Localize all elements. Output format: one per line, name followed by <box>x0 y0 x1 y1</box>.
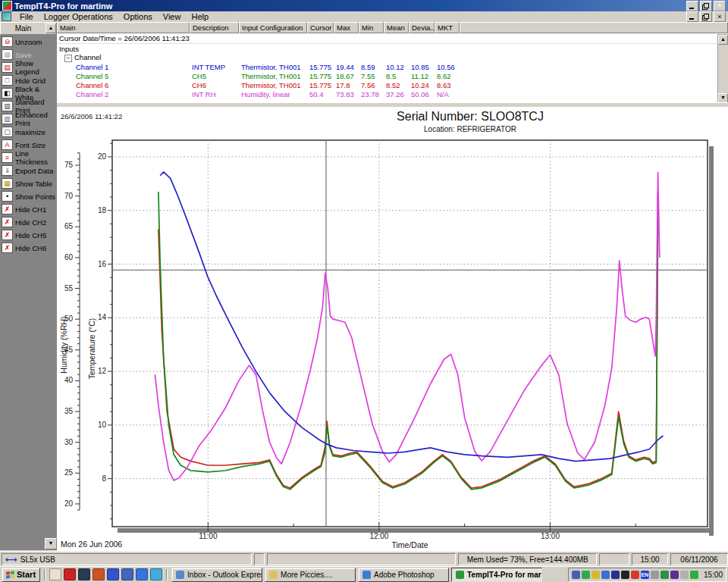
taskbar-task-more-piccies[interactable]: More Piccies.... <box>265 568 356 582</box>
hide-ch1-icon: ✗ <box>2 204 13 214</box>
menu-view[interactable]: View <box>158 11 187 22</box>
start-button[interactable]: Start <box>2 568 40 582</box>
signature-icon[interactable] <box>64 568 76 580</box>
media-player-icon[interactable] <box>93 568 105 580</box>
language-badge[interactable]: EN <box>641 571 649 579</box>
sidebar-item-show-legend[interactable]: ▤Show Legend <box>2 61 57 74</box>
restore-button[interactable] <box>700 1 712 11</box>
channel-name: Channel 6 <box>57 81 190 89</box>
address-book-icon[interactable] <box>107 568 119 580</box>
sidebar-item-label: Hide CH2 <box>15 218 46 227</box>
show-points-icon: • <box>2 191 13 202</box>
cell-min: 8.59 <box>359 63 384 71</box>
taskbar-task-adobe-photoshop[interactable]: Adobe Photoshop <box>358 568 449 582</box>
shield-v-icon[interactable] <box>670 571 679 579</box>
sidebar-header-label: Main <box>1 24 46 33</box>
humidity-tick-label: 60 <box>64 253 74 261</box>
cell-cursor: 15.775 <box>307 81 334 89</box>
sidebar-item-hide-ch1[interactable]: ✗Hide CH1 <box>2 203 57 215</box>
column-header-main[interactable]: Main <box>57 22 190 33</box>
volume-icon[interactable] <box>592 571 600 579</box>
msn-icon[interactable] <box>150 568 162 580</box>
column-header-devia[interactable]: Devia... <box>409 22 435 33</box>
disc-icon[interactable] <box>680 571 689 579</box>
taskbar-clock[interactable]: 15:00 <box>704 571 723 579</box>
channel-name: Channel 5 <box>57 72 190 80</box>
column-header-max[interactable]: Max <box>334 22 359 33</box>
humidity-axis-title: Humidity (%RH) <box>59 316 68 373</box>
viewer-icon[interactable] <box>121 568 133 580</box>
sidebar-scroll-down-button[interactable]: ▼ <box>45 538 57 549</box>
menu-logger-operations[interactable]: Logger Operations <box>39 11 118 22</box>
column-header-mean[interactable]: Mean <box>384 22 409 33</box>
sidebar-item-hide-ch2[interactable]: ✗Hide CH2 <box>2 216 57 228</box>
task-icon <box>269 571 278 579</box>
hide-grid-icon: □ <box>2 75 13 86</box>
table-row-channel-5[interactable]: Channel 5CH5Thermistor, TH00115.77518.67… <box>57 71 728 80</box>
antivirus-swoosh-icon[interactable] <box>582 571 590 579</box>
temp-tick-label: 8 <box>102 474 106 483</box>
temp-axis-title: Temperature (°C) <box>87 318 96 380</box>
system-tray: EN 15:00 <box>568 568 726 582</box>
font-size-icon: A <box>2 139 13 150</box>
scroll-up-icon[interactable]: ▲ <box>718 35 728 45</box>
menu-options[interactable]: Options <box>118 11 158 22</box>
column-header-min[interactable]: Min <box>359 22 384 33</box>
humidity-tick-label: 20 <box>64 499 74 508</box>
cell-devia: 10.24 <box>409 81 435 89</box>
column-header-description[interactable]: Description <box>190 22 239 33</box>
mdi-child-icon[interactable] <box>2 12 11 21</box>
taskbar-task-tempit4-pro-for-mart[interactable]: TempIT4-Pro for mart... <box>451 568 542 582</box>
mdi-minimize-button[interactable] <box>686 11 698 22</box>
column-header-input-configuration[interactable]: Input Configuration <box>239 22 307 33</box>
chart-plot[interactable]: 7570656055504540353025202018161412108Hum… <box>57 107 728 551</box>
table-row-channel-1[interactable]: Channel 1INT TEMPThermistor, TH00115.775… <box>57 62 728 71</box>
mdi-restore-button[interactable] <box>700 11 712 22</box>
sidebar-item-enhanced-print[interactable]: ▥Enhanced Print <box>2 113 57 125</box>
close-button[interactable]: × <box>714 1 726 11</box>
hide-ch6-icon: ✗ <box>2 242 13 253</box>
channel-group-row[interactable]: −Channel <box>57 53 190 62</box>
cell-input-configuration: Thermistor, TH001 <box>239 72 307 80</box>
shield-icon[interactable] <box>572 571 580 579</box>
sidebar-item-show-points[interactable]: •Show Points <box>2 190 57 202</box>
task-icon <box>456 571 464 579</box>
phone-icon[interactable] <box>661 571 669 579</box>
show-desktop-icon[interactable] <box>49 568 61 580</box>
column-header-mkt[interactable]: MKT <box>435 22 460 33</box>
sidebar-item-hide-ch5[interactable]: ✗Hide CH5 <box>2 229 57 241</box>
cell-description: CH5 <box>190 72 239 80</box>
collapse-icon[interactable]: − <box>64 55 72 62</box>
recycle-icon[interactable] <box>651 571 659 579</box>
menu-help[interactable]: Help <box>186 11 214 22</box>
column-header-cursor[interactable]: Cursor <box>307 22 334 33</box>
internet-explorer-icon[interactable] <box>136 568 148 580</box>
sidebar-item-hide-ch6[interactable]: ✗Hide CH6 <box>2 242 57 254</box>
menu-file[interactable]: File <box>14 11 39 22</box>
windows-update-icon[interactable] <box>631 571 639 579</box>
green-check-icon[interactable] <box>690 571 698 579</box>
sidebar-scroll-up-button[interactable]: ▲ <box>46 23 56 33</box>
black-white-icon: ◧ <box>2 88 13 99</box>
minimize-button[interactable] <box>686 1 698 11</box>
table-row-channel-6[interactable]: Channel 6CH6Thermistor, TH00115.77517.87… <box>57 80 728 89</box>
humidity-tick-label: 70 <box>64 192 74 200</box>
browser-circle-icon[interactable] <box>621 571 629 579</box>
table-row-channel-2[interactable]: Channel 2INT RHHumidity, linear50.473.83… <box>57 89 728 99</box>
show-legend-icon: ▤ <box>2 62 13 73</box>
x-axis-title: Time/Date <box>391 540 428 549</box>
sidebar-item-line-thickness[interactable]: ≡Line Thickness <box>2 152 57 164</box>
network-icon[interactable] <box>601 571 610 579</box>
taskbar-task-inbox-outlook-express[interactable]: Inbox - Outlook Express <box>171 568 262 582</box>
mdi-close-button[interactable]: × <box>714 11 726 22</box>
media-icon[interactable] <box>611 571 620 579</box>
sidebar-item-unzoom[interactable]: ⊖Unzoom <box>2 36 57 48</box>
window-title: TempIT4-Pro for martinw <box>14 2 686 11</box>
sidebar-item-maximize[interactable]: ▢maximize <box>2 126 57 138</box>
sidebar-item-export-data[interactable]: ⇓Export Data <box>2 164 57 177</box>
table-scrollbar[interactable]: ▲ ▼ <box>717 34 728 104</box>
sidebar-item-show-table[interactable]: ▦Show Table <box>2 177 57 189</box>
humidity-tick-label: 65 <box>64 222 74 230</box>
memory-status: Mem Used= 73%, Free=144.400MB <box>458 553 597 565</box>
globe-icon[interactable] <box>78 568 90 580</box>
